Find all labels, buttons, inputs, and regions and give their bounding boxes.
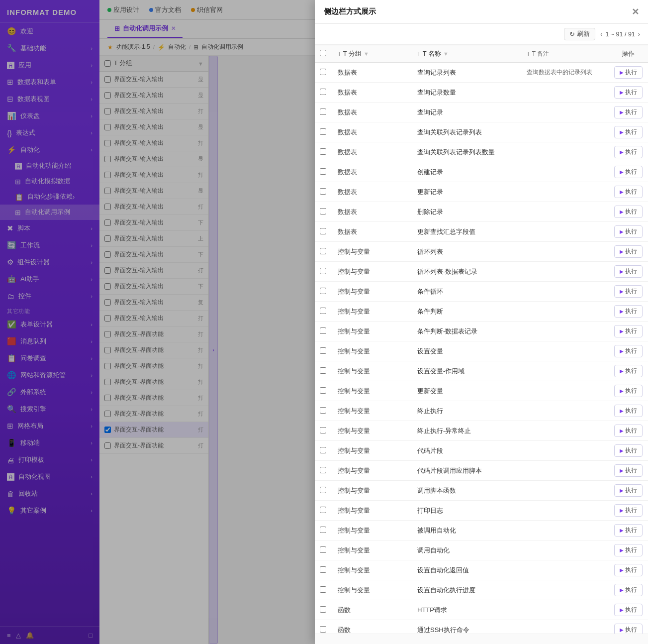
row-group-cell: 控制与变量: [333, 501, 412, 521]
exec-button[interactable]: ▶ 执行: [614, 245, 643, 258]
row-action-cell: ▶ 执行: [608, 262, 648, 282]
row-checkbox-cell: [315, 481, 333, 501]
row-checkbox[interactable]: [320, 288, 326, 294]
row-checkbox[interactable]: [320, 487, 326, 493]
table-row: 控制与变量 设置变量 ▶ 执行: [315, 341, 648, 361]
exec-button[interactable]: ▶ 执行: [614, 106, 643, 118]
row-checkbox[interactable]: [320, 447, 326, 453]
exec-button[interactable]: ▶ 执行: [614, 365, 643, 377]
exec-button[interactable]: ▶ 执行: [614, 584, 643, 596]
row-checkbox[interactable]: [320, 248, 326, 254]
exec-button[interactable]: ▶ 执行: [614, 385, 643, 397]
exec-button[interactable]: ▶ 执行: [614, 305, 643, 318]
exec-label: 执行: [625, 546, 637, 554]
exec-button[interactable]: ▶ 执行: [614, 285, 643, 298]
row-checkbox[interactable]: [320, 467, 326, 473]
row-group-cell: 控制与变量: [333, 381, 412, 401]
row-checkbox[interactable]: [320, 268, 326, 274]
exec-button[interactable]: ▶ 执行: [614, 166, 643, 178]
row-checkbox[interactable]: [320, 69, 326, 75]
row-name-cell: 终止执行: [412, 401, 522, 421]
row-remark-cell: [522, 122, 608, 142]
th-group-sort-icon[interactable]: ▼: [364, 56, 369, 57]
exec-label: 执行: [625, 387, 637, 395]
row-action-cell: ▶ 执行: [608, 441, 648, 461]
row-name-cell: 查询关联列表记录列表: [412, 122, 522, 142]
exec-button[interactable]: ▶ 执行: [614, 345, 643, 357]
exec-button[interactable]: ▶ 执行: [614, 624, 643, 634]
play-icon: ▶: [620, 607, 624, 613]
th-group[interactable]: T T 分组 ▼: [333, 56, 412, 63]
exec-button[interactable]: ▶ 执行: [614, 425, 643, 437]
exec-button[interactable]: ▶ 执行: [614, 405, 643, 417]
row-checkbox[interactable]: [320, 387, 326, 394]
row-checkbox[interactable]: [320, 606, 326, 613]
exec-button[interactable]: ▶ 执行: [614, 206, 643, 218]
play-icon: ▶: [620, 289, 624, 294]
row-checkbox[interactable]: [320, 407, 326, 414]
exec-button[interactable]: ▶ 执行: [614, 464, 643, 477]
row-checkbox[interactable]: [320, 308, 326, 314]
row-checkbox[interactable]: [320, 527, 326, 533]
row-name-cell: 更新查找汇总字段值: [412, 222, 522, 242]
th-name-sort-icon[interactable]: ▼: [443, 56, 449, 57]
row-checkbox[interactable]: [320, 586, 326, 593]
modal-footer: [315, 634, 648, 644]
exec-button[interactable]: ▶ 执行: [614, 444, 643, 457]
th-remark[interactable]: T T 备注: [522, 56, 608, 63]
row-checkbox[interactable]: [320, 208, 326, 215]
row-remark-cell: [522, 381, 608, 401]
exec-button[interactable]: ▶ 执行: [614, 564, 643, 576]
exec-button[interactable]: ▶ 执行: [614, 225, 643, 238]
row-name-cell: 查询记录: [412, 103, 522, 122]
row-checkbox-cell: [315, 361, 333, 381]
exec-button[interactable]: ▶ 执行: [614, 524, 643, 537]
th-name[interactable]: T T 名称 ▼: [412, 56, 522, 63]
row-remark-cell: [522, 501, 608, 521]
exec-button[interactable]: ▶ 执行: [614, 126, 643, 138]
exec-button[interactable]: ▶ 执行: [614, 604, 643, 616]
table-row: 数据表 查询记录列表 查询数据表中的记录列表 ▶ 执行: [315, 63, 648, 83]
row-checkbox[interactable]: [320, 427, 326, 433]
row-checkbox-cell: [315, 222, 333, 242]
row-checkbox[interactable]: [320, 507, 326, 513]
row-remark-cell: 查询数据表中的记录列表: [522, 63, 608, 83]
exec-button[interactable]: ▶ 执行: [614, 325, 643, 337]
modal-panel: 侧边栏方式展示 ✕ ↻ 刷新 ‹ 1 ~ 91 / 91 ›: [315, 56, 648, 644]
row-checkbox[interactable]: [320, 367, 326, 374]
row-remark-cell: [522, 560, 608, 580]
row-remark-cell: [522, 600, 608, 620]
exec-button[interactable]: ▶ 执行: [614, 484, 643, 497]
row-checkbox[interactable]: [320, 108, 326, 115]
row-remark-cell: [522, 222, 608, 242]
exec-button[interactable]: ▶ 执行: [614, 544, 643, 556]
exec-button[interactable]: ▶ 执行: [614, 186, 643, 198]
exec-button[interactable]: ▶ 执行: [614, 146, 643, 158]
exec-button[interactable]: ▶ 执行: [614, 66, 643, 79]
row-checkbox[interactable]: [320, 168, 326, 175]
row-checkbox[interactable]: [320, 327, 326, 334]
row-checkbox[interactable]: [320, 228, 326, 234]
row-checkbox[interactable]: [320, 546, 326, 553]
exec-button[interactable]: ▶ 执行: [614, 265, 643, 278]
row-group-cell: 控制与变量: [333, 262, 412, 282]
exec-label: 执行: [625, 208, 637, 216]
row-checkbox[interactable]: [320, 128, 326, 135]
table-row: 控制与变量 被调用自动化 ▶ 执行: [315, 521, 648, 540]
row-checkbox[interactable]: [320, 347, 326, 354]
row-checkbox[interactable]: [320, 626, 326, 633]
table-row: 控制与变量 循环列表-数据表记录 ▶ 执行: [315, 262, 648, 282]
row-name-cell: 查询记录列表: [412, 63, 522, 83]
exec-button[interactable]: ▶ 执行: [614, 86, 643, 99]
row-action-cell: ▶ 执行: [608, 142, 648, 162]
exec-button[interactable]: ▶ 执行: [614, 504, 643, 517]
row-action-cell: ▶ 执行: [608, 182, 648, 202]
table-row: 数据表 查询记录数量 ▶ 执行: [315, 83, 648, 103]
row-checkbox[interactable]: [320, 188, 326, 195]
row-checkbox[interactable]: [320, 566, 326, 573]
row-checkbox[interactable]: [320, 89, 326, 95]
row-group-cell: 控制与变量: [333, 481, 412, 501]
row-checkbox[interactable]: [320, 148, 326, 155]
select-all-table-checkbox[interactable]: [320, 56, 326, 56]
row-group-cell: 控制与变量: [333, 521, 412, 540]
